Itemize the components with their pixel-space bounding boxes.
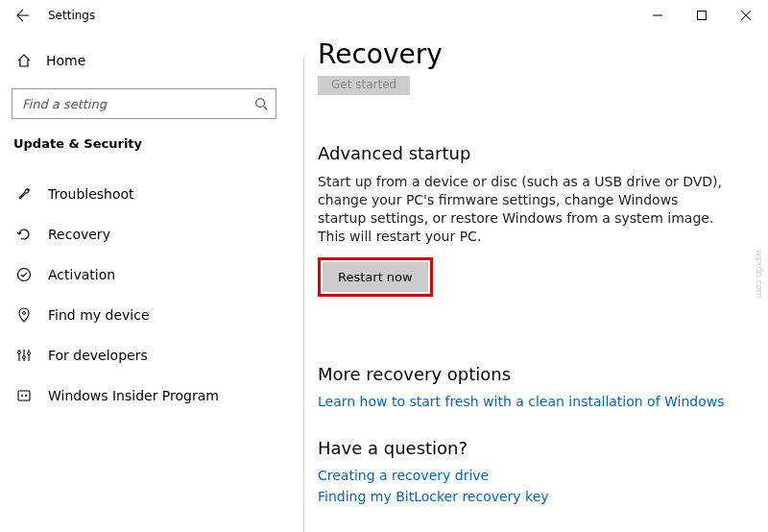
- search-input[interactable]: [12, 88, 276, 119]
- recovery-icon: [15, 227, 33, 242]
- maximize-icon: [697, 11, 707, 20]
- link-bitlocker-key[interactable]: Finding my BitLocker recovery key: [318, 489, 739, 504]
- sidebar-item-for-developers[interactable]: For developers: [12, 335, 276, 375]
- sidebar-item-label: For developers: [48, 348, 148, 363]
- svg-rect-0: [698, 12, 707, 20]
- home-label: Home: [46, 53, 85, 68]
- sidebar-item-troubleshoot[interactable]: Troubleshoot: [12, 174, 276, 214]
- nav-list: Troubleshoot Recovery Activation Find my…: [12, 174, 276, 416]
- get-started-button[interactable]: Get started: [318, 76, 410, 95]
- svg-point-2: [18, 269, 31, 281]
- sidebar-item-activation[interactable]: Activation: [12, 254, 276, 295]
- titlebar: Settings: [0, 0, 768, 31]
- page-title: Recovery: [318, 38, 739, 70]
- divider: [303, 60, 304, 532]
- section-body-advanced: Start up from a device or disc (such as …: [318, 173, 731, 246]
- svg-point-5: [23, 356, 26, 359]
- watermark: wsxdn.com: [755, 250, 764, 299]
- wrench-icon: [15, 186, 33, 202]
- sidebar-item-label: Activation: [48, 267, 115, 282]
- window-title: Settings: [48, 9, 95, 22]
- home-button[interactable]: Home: [12, 42, 276, 79]
- restart-now-button[interactable]: Restart now: [323, 262, 428, 292]
- close-button[interactable]: [724, 0, 768, 31]
- search-icon: [254, 97, 268, 110]
- svg-point-3: [23, 312, 26, 315]
- link-clean-install[interactable]: Learn how to start fresh with a clean in…: [318, 394, 739, 409]
- svg-rect-7: [18, 391, 30, 400]
- sidebar-item-label: Windows Insider Program: [48, 388, 219, 403]
- check-circle-icon: [15, 267, 33, 282]
- svg-point-8: [21, 395, 23, 397]
- back-button[interactable]: [8, 0, 38, 31]
- sidebar-item-label: Troubleshoot: [48, 186, 134, 202]
- question-section: Have a question? Creating a recovery dri…: [318, 438, 739, 504]
- sidebar-item-find-my-device[interactable]: Find my device: [12, 295, 276, 335]
- search-field[interactable]: [22, 97, 254, 111]
- sidebar: Home Update & Security Troubleshoot Rec: [0, 31, 288, 532]
- more-recovery-section: More recovery options Learn how to start…: [318, 364, 739, 409]
- sidebar-item-label: Recovery: [48, 227, 110, 242]
- content-pane: Recovery Get started Advanced startup St…: [288, 31, 768, 532]
- highlight-box: Restart now: [318, 257, 433, 297]
- window-controls: [636, 0, 768, 31]
- home-icon: [15, 53, 33, 68]
- location-icon: [15, 307, 33, 323]
- sliders-icon: [15, 348, 33, 363]
- close-icon: [741, 11, 751, 20]
- advanced-startup-section: Advanced startup Start up from a device …: [318, 143, 739, 335]
- maximize-button[interactable]: [680, 0, 724, 31]
- sidebar-item-label: Find my device: [48, 307, 150, 323]
- insider-icon: [15, 388, 33, 403]
- sidebar-item-recovery[interactable]: Recovery: [12, 214, 276, 254]
- link-recovery-drive[interactable]: Creating a recovery drive: [318, 468, 739, 483]
- section-title-advanced: Advanced startup: [318, 143, 739, 163]
- svg-point-6: [28, 352, 31, 355]
- svg-point-9: [25, 395, 27, 397]
- svg-point-1: [256, 99, 265, 108]
- sidebar-item-windows-insider[interactable]: Windows Insider Program: [12, 375, 276, 416]
- section-title-question: Have a question?: [318, 438, 739, 458]
- minimize-button[interactable]: [636, 0, 680, 31]
- section-title-more: More recovery options: [318, 364, 739, 384]
- minimize-icon: [653, 11, 662, 20]
- arrow-left-icon: [16, 9, 30, 22]
- svg-point-4: [18, 351, 21, 354]
- category-header: Update & Security: [12, 136, 276, 151]
